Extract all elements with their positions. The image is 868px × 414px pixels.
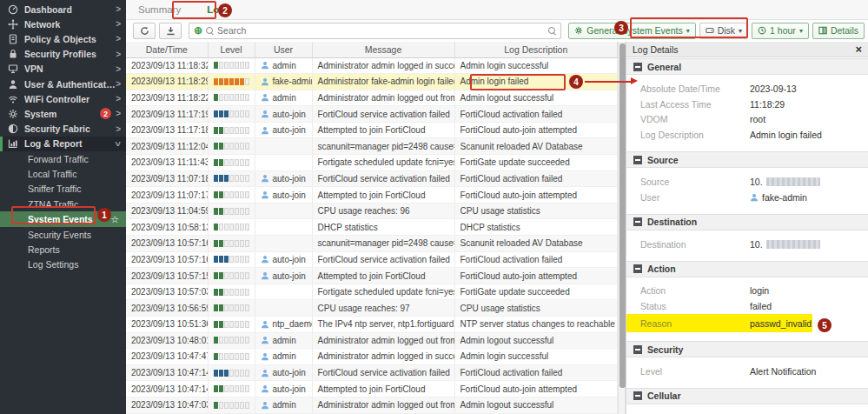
level-bar-icon (214, 353, 249, 360)
cell-datetime: 2023/09/13 11:18:32 (126, 57, 208, 74)
collapse-icon[interactable] (633, 63, 642, 71)
sidebar-item-system[interactable]: System 2 > (0, 106, 126, 121)
level-bar-icon (214, 191, 249, 198)
sidebar-item-forward-traffic[interactable]: Forward Traffic (0, 151, 126, 166)
favorite-star-icon[interactable]: ☆ (110, 214, 119, 225)
log-table-row[interactable]: 2023/09/13 11:11:43Fortigate scheduled u… (126, 155, 618, 171)
cell-datetime: 2023/09/13 10:48:01 (126, 332, 208, 349)
cell-log-description: FortiCloud auto-join attempted (454, 122, 618, 138)
table-scrollbar[interactable] (618, 42, 626, 414)
log-table-row[interactable]: 2023/09/13 10:47:14auto-joinAttempted to… (126, 381, 618, 397)
log-table-row[interactable]: 2023/09/13 11:18:22adminAdministrator ad… (126, 90, 618, 106)
log-table-row[interactable]: 2023/09/13 10:48:01adminAdministrator ad… (126, 332, 618, 349)
download-button[interactable] (159, 23, 182, 39)
log-table-row[interactable]: 2023/09/13 10:58:13DHCP statisticsDHCP s… (126, 219, 618, 236)
log-table-row[interactable]: 2023/09/13 10:51:36ntp_daemonThe IPv4 nt… (126, 317, 618, 333)
level-bar-icon (214, 62, 249, 69)
log-storage-dropdown[interactable]: Disk▾ (699, 23, 748, 39)
level-bar-icon (214, 272, 249, 279)
search-box[interactable]: ⊕ (189, 23, 561, 39)
user-icon (261, 255, 269, 264)
log-table-row[interactable]: 2023/09/13 11:04:59CPU usage reaches: 96… (126, 203, 618, 219)
cell-datetime: 2023/09/13 10:58:13 (126, 219, 208, 236)
log-table-row[interactable]: 2023/09/13 11:07:17auto-joinAttempted to… (126, 187, 618, 204)
scrollbar-thumb[interactable] (620, 43, 626, 388)
search-icon (206, 27, 214, 35)
sidebar-item-security-profiles[interactable]: Security Profiles> (0, 47, 126, 62)
cell-datetime: 2023/09/13 10:57:15 (126, 268, 208, 284)
column-header-datetime[interactable]: Date/Time (126, 42, 208, 57)
log-table-row[interactable]: 2023/09/13 10:47:14auto-joinFortiCloud s… (126, 364, 618, 381)
column-header-message[interactable]: Message (312, 42, 454, 57)
log-table: Date/Time Level User Message Log Descrip… (126, 42, 618, 414)
detail-value: 2023-09-13 (750, 83, 797, 94)
sidebar-item-log-report[interactable]: Log & Report> (0, 137, 126, 151)
sidebar-item-user-authentication[interactable]: User & Authentication> (0, 77, 126, 91)
log-table-row[interactable]: 2023/09/13 10:47:03adminAdministrator ad… (126, 397, 618, 413)
sidebar-item-dashboard[interactable]: Dashboard> (0, 2, 126, 17)
user-name: admin (273, 400, 296, 410)
sidebar-item-policy-objects[interactable]: Policy & Objects> (0, 31, 126, 46)
tab-logs[interactable]: Logs (207, 4, 230, 15)
sidebar-item-ztna-traffic[interactable]: ZTNA Traffic (0, 197, 126, 211)
log-table-row[interactable]: 2023/09/13 10:57:16auto-joinFortiCloud s… (126, 251, 618, 268)
sidebar-item-vpn[interactable]: VPN> (0, 62, 126, 77)
sidebar-item-label: Log Settings (28, 259, 78, 270)
detail-row-destination: Destination10. (626, 237, 868, 252)
cell-datetime: 2023/09/13 11:12:04 (126, 138, 208, 155)
details-toggle-button[interactable]: Details (812, 23, 865, 39)
user-icon (261, 401, 269, 410)
log-table-row[interactable]: 2023/09/13 10:47:47adminAdministrator ad… (126, 349, 618, 365)
sidebar-item-sniffer-traffic[interactable]: Sniffer Traffic (0, 182, 126, 197)
sidebar-item-security-events[interactable]: Security Events (0, 227, 126, 242)
time-range-dropdown[interactable]: 1 hour▾ (752, 23, 809, 39)
section-header-source[interactable]: Source (626, 151, 868, 168)
section-header-action[interactable]: Action (626, 261, 868, 277)
log-table-row[interactable]: 2023/09/13 11:17:19auto-joinFortiCloud s… (126, 106, 618, 123)
refresh-button[interactable] (133, 23, 156, 39)
column-header-log-description[interactable]: Log Description (454, 42, 618, 57)
collapse-icon[interactable] (633, 391, 642, 400)
log-table-row[interactable]: 2023/09/13 10:57:03Fortigate scheduled u… (126, 284, 618, 300)
log-table-row[interactable]: 2023/09/13 11:07:18auto-joinFortiCloud s… (126, 170, 618, 187)
sidebar-item-log-settings[interactable]: Log Settings (0, 257, 126, 272)
section-header-security[interactable]: Security (626, 341, 868, 357)
add-filter-icon[interactable]: ⊕ (194, 25, 202, 36)
gear-icon (7, 109, 19, 119)
collapse-icon[interactable] (633, 156, 642, 164)
sidebar-item-reports[interactable]: Reports (0, 242, 126, 257)
cell-user (255, 300, 312, 317)
log-table-row[interactable]: 2023/09/13 11:18:29fake-adminAdministrat… (126, 74, 618, 90)
cell-user: ntp_daemon (255, 317, 312, 333)
column-header-user[interactable]: User (255, 42, 312, 57)
log-table-row[interactable]: 2023/09/13 10:57:15auto-joinAttempted to… (126, 268, 618, 284)
section-header-destination[interactable]: Destination (626, 214, 868, 230)
user-icon (261, 336, 269, 344)
cell-log-description: FortiCloud activation failed (454, 106, 618, 123)
close-icon[interactable]: × (855, 43, 862, 56)
column-header-level[interactable]: Level (208, 42, 255, 57)
policy-objects-icon (7, 34, 19, 44)
log-table-row[interactable]: 2023/09/13 10:56:59CPU usage reaches: 97… (126, 300, 618, 317)
cell-level (208, 349, 255, 365)
sidebar-item-system-events[interactable]: System Events☆ (0, 211, 126, 226)
search-input[interactable] (217, 25, 545, 36)
log-table-row[interactable]: 2023/09/13 11:17:18auto-joinAttempted to… (126, 122, 618, 138)
section-header-cellular[interactable]: Cellular (626, 388, 868, 404)
sidebar-item-wifi-controller[interactable]: WiFi Controller> (0, 91, 126, 106)
log-table-row[interactable]: 2023/09/13 11:18:32adminAdministrator ad… (126, 57, 618, 74)
log-table-row[interactable]: 2023/09/13 10:57:16scanunit=manager pid=… (126, 236, 618, 252)
collapse-icon[interactable] (633, 264, 642, 273)
event-type-dropdown[interactable]: General System Events▾ (568, 23, 695, 39)
sidebar-item-local-traffic[interactable]: Local Traffic (0, 166, 126, 181)
collapse-icon[interactable] (633, 217, 642, 226)
collapse-icon[interactable] (633, 345, 642, 354)
sidebar-item-network[interactable]: Network> (0, 17, 126, 31)
section-header-general[interactable]: General (626, 58, 868, 75)
tab-summary[interactable]: Summary (138, 4, 181, 15)
cell-level (208, 284, 255, 300)
log-table-row[interactable]: 2023/09/13 11:12:04scanunit=manager pid=… (126, 138, 618, 155)
sidebar-item-security-fabric[interactable]: Security Fabric> (0, 122, 126, 137)
cell-message: scanunit=manager pid=2498 cause='signa..… (312, 236, 454, 252)
cell-log-description: FortiCloud activation failed (454, 251, 618, 268)
